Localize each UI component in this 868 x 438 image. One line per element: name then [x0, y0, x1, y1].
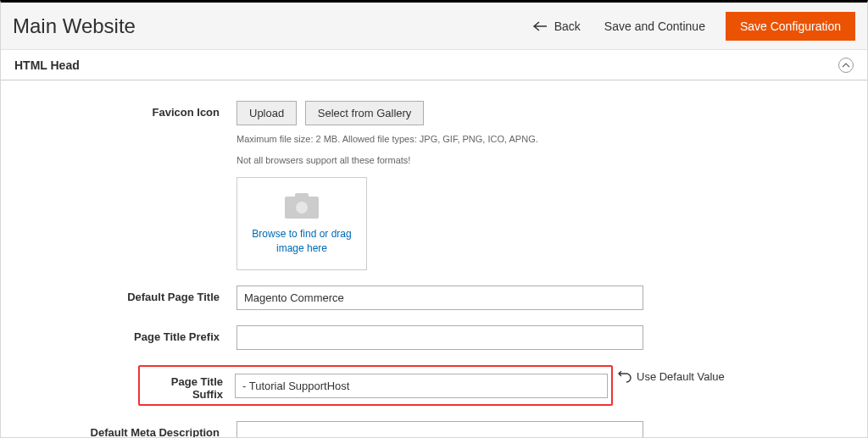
upload-button[interactable]: Upload	[236, 101, 297, 125]
chevron-up-icon	[842, 63, 850, 68]
favicon-hint-filetypes: Maximum file size: 2 MB. Allowed file ty…	[236, 132, 643, 147]
default-meta-description-label: Default Meta Description	[14, 421, 236, 438]
arrow-left-icon	[532, 21, 548, 31]
default-page-title-label: Default Page Title	[14, 286, 236, 303]
page-title-prefix-input[interactable]	[236, 325, 643, 350]
save-configuration-button[interactable]: Save Configuration	[726, 12, 855, 41]
svg-rect-1	[295, 193, 309, 200]
use-default-value-label: Use Default Value	[637, 370, 725, 383]
page-title-prefix-label: Page Title Prefix	[14, 325, 236, 343]
uploader-text: Browse to find or drag image here	[237, 227, 366, 256]
page-title-suffix-highlight: Page Title Suffix	[138, 365, 613, 406]
favicon-label: Favicon Icon	[14, 101, 236, 119]
favicon-hint-browser: Not all browsers support all these forma…	[236, 153, 643, 168]
select-from-gallery-button[interactable]: Select from Gallery	[305, 101, 425, 125]
page-title-suffix-label: Page Title Suffix	[143, 370, 235, 401]
default-page-title-input[interactable]	[236, 286, 643, 310]
back-button[interactable]: Back	[532, 19, 581, 33]
collapse-icon[interactable]	[838, 58, 854, 73]
svg-point-2	[296, 202, 308, 213]
page-title-suffix-input[interactable]	[235, 374, 608, 398]
section-header-html-head[interactable]: HTML Head	[1, 50, 867, 80]
default-meta-description-input[interactable]	[236, 421, 643, 438]
save-and-continue-button[interactable]: Save and Continue	[604, 19, 705, 33]
camera-icon	[283, 191, 320, 220]
page-title: Main Website	[13, 14, 532, 38]
image-uploader[interactable]: Browse to find or drag image here	[236, 177, 367, 270]
back-label: Back	[554, 19, 581, 33]
use-default-value-button[interactable]: Use Default Value	[618, 370, 725, 383]
section-title: HTML Head	[14, 58, 838, 72]
undo-icon	[618, 371, 632, 383]
